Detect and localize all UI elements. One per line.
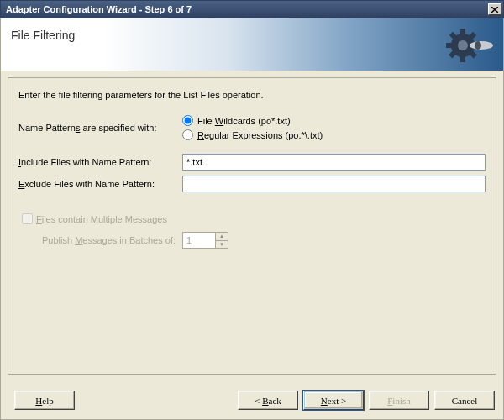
- radio-regex-label: Regular Expressions (po.*\.txt): [197, 130, 323, 140]
- close-icon: [491, 7, 498, 13]
- include-label: Include Files with Name Pattern:: [18, 157, 182, 167]
- batch-spinner: ▲ ▼: [182, 232, 228, 249]
- pattern-spec-label: Name Patterns are specified with:: [18, 123, 182, 133]
- batch-row: Publish Messages in Batches of: ▲ ▼: [18, 232, 486, 249]
- spinner-down-icon: ▼: [215, 241, 228, 249]
- batch-value-input: [183, 233, 215, 248]
- radio-wildcards[interactable]: File Wildcards (po*.txt): [182, 115, 323, 126]
- batch-label: Publish Messages in Batches of:: [18, 235, 182, 245]
- svg-rect-3: [446, 43, 453, 48]
- svg-rect-1: [460, 29, 465, 35]
- radio-regex[interactable]: Regular Expressions (po.*\.txt): [182, 129, 323, 140]
- content-panel: Enter the file filtering parameters for …: [8, 77, 496, 375]
- disabled-section: Files contain Multiple Messages Publish …: [18, 211, 486, 249]
- title-bar: Adapter Configuration Wizard - Step 6 of…: [0, 0, 504, 18]
- cancel-button[interactable]: Cancel: [434, 391, 495, 410]
- pattern-radio-group: File Wildcards (po*.txt) Regular Express…: [182, 115, 323, 140]
- radio-regex-input[interactable]: [182, 129, 193, 140]
- back-button[interactable]: < Back: [238, 391, 298, 410]
- instruction-text: Enter the file filtering parameters for …: [18, 90, 486, 100]
- gear-icon: [443, 25, 493, 66]
- exclude-pattern-input[interactable]: [182, 176, 486, 192]
- multi-messages-label: Files contain Multiple Messages: [36, 214, 167, 224]
- include-pattern-input[interactable]: [182, 154, 486, 171]
- svg-point-11: [475, 41, 481, 50]
- multi-messages-row: Files contain Multiple Messages: [18, 211, 486, 227]
- radio-wildcards-input[interactable]: [182, 115, 193, 126]
- help-button[interactable]: Help: [14, 391, 75, 410]
- svg-point-9: [458, 40, 468, 50]
- button-bar: Help < Back Next > Finish Cancel: [0, 381, 504, 420]
- exclude-row: Exclude Files with Name Pattern:: [18, 176, 486, 192]
- content-area: Enter the file filtering parameters for …: [0, 71, 504, 381]
- svg-rect-2: [460, 55, 465, 62]
- spinner-up-icon: ▲: [215, 233, 228, 241]
- finish-button: Finish: [369, 391, 429, 410]
- include-row: Include Files with Name Pattern:: [18, 154, 486, 171]
- pattern-spec-row: Name Patterns are specified with: File W…: [18, 115, 486, 140]
- page-title: File Filtering: [1, 18, 90, 50]
- multi-messages-checkbox: [22, 213, 33, 224]
- wizard-header: File Filtering: [0, 18, 504, 71]
- close-button[interactable]: [488, 3, 501, 15]
- window-title: Adapter Configuration Wizard - Step 6 of…: [6, 4, 488, 14]
- exclude-label: Exclude Files with Name Pattern:: [18, 179, 182, 189]
- next-button[interactable]: Next >: [303, 391, 364, 410]
- radio-wildcards-label: File Wildcards (po*.txt): [197, 116, 291, 126]
